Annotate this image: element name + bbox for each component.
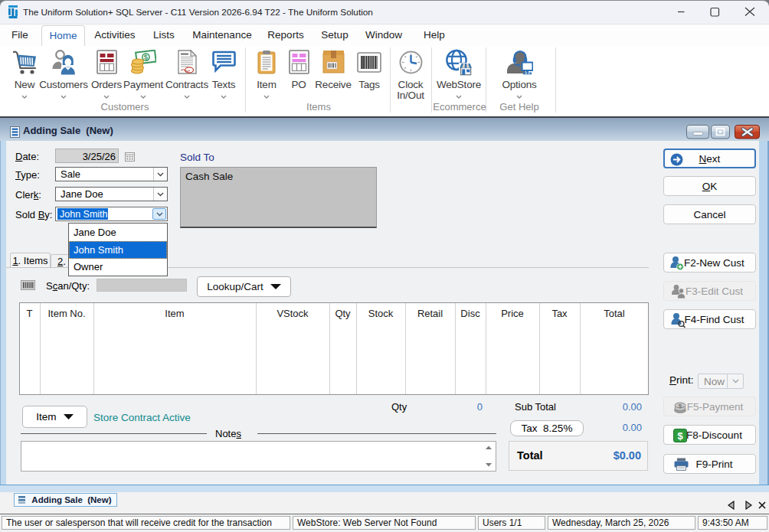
svg-text:$: $	[677, 430, 683, 442]
svg-text:$: $	[679, 403, 682, 410]
